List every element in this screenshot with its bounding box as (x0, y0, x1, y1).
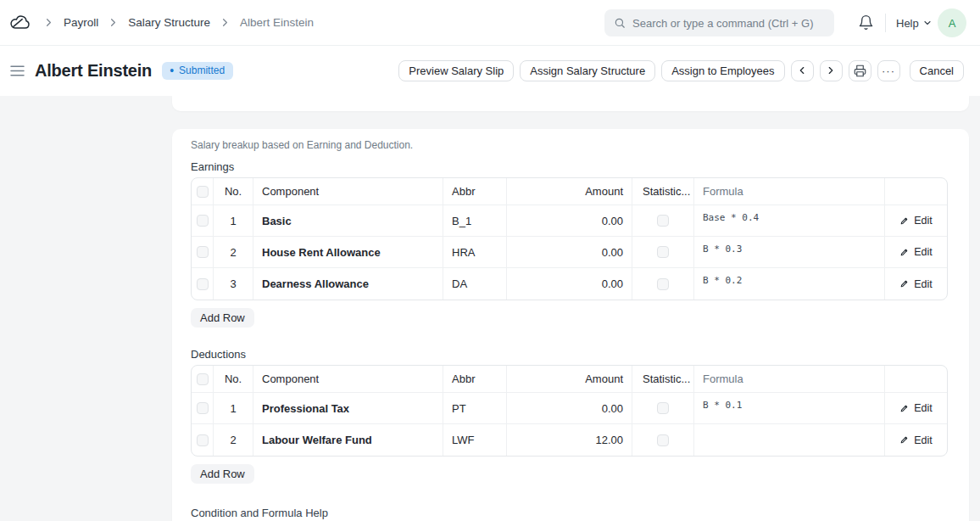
component-cell[interactable]: Labour Welfare Fund (253, 424, 443, 456)
component-cell[interactable]: Basic (253, 205, 443, 237)
section-description: Salary breakup based on Earning and Dedu… (191, 139, 950, 151)
col-component: Component (253, 178, 443, 205)
statistical-component-checkbox[interactable] (657, 402, 669, 414)
formula-cell[interactable]: B * 0.1 (694, 393, 885, 424)
content-area: Salary breakup based on Earning and Dedu… (0, 96, 980, 521)
col-statistical: Statistic... (632, 178, 694, 205)
breadcrumb-payroll[interactable]: Payroll (64, 16, 98, 29)
print-button[interactable] (849, 60, 871, 81)
earnings-label: Earnings (191, 160, 950, 173)
user-avatar[interactable]: A (938, 8, 966, 37)
pencil-icon (899, 435, 909, 445)
edit-row-button[interactable]: Edit (885, 393, 947, 424)
formula-cell[interactable]: B * 0.2 (694, 268, 885, 300)
more-options-button[interactable]: ··· (877, 60, 900, 81)
amount-cell[interactable]: 0.00 (507, 237, 632, 268)
col-edit-empty (885, 366, 947, 393)
edit-row-button[interactable]: Edit (885, 237, 947, 268)
salary-breakup-card: Salary breakup based on Earning and Dedu… (172, 129, 969, 521)
amount-cell[interactable]: 0.00 (507, 393, 632, 424)
pencil-icon (899, 248, 909, 257)
app-logo-cloud-icon[interactable] (8, 14, 31, 32)
page-title: Albert Einstein (35, 61, 152, 81)
abbr-cell[interactable]: DA (443, 268, 507, 300)
col-amount: Amount (507, 366, 632, 393)
notifications-bell-icon[interactable] (858, 14, 874, 31)
edit-label: Edit (914, 215, 933, 227)
col-formula: Formula (694, 178, 885, 205)
abbr-cell[interactable]: HRA (443, 237, 507, 268)
edit-row-button[interactable]: Edit (885, 424, 947, 456)
edit-label: Edit (914, 246, 933, 258)
abbr-cell[interactable]: LWF (443, 424, 507, 456)
next-document-button[interactable] (820, 60, 843, 81)
assign-to-employees-button[interactable]: Assign to Employees (661, 60, 784, 81)
table-row: 1 Basic B_1 0.00 Base * 0.4 Edit (192, 205, 947, 237)
amount-cell[interactable]: 0.00 (507, 205, 632, 237)
row-checkbox[interactable] (197, 246, 209, 258)
table-row: 1 Professional Tax PT 0.00 B * 0.1 Edit (192, 393, 947, 424)
chevron-right-icon (107, 16, 120, 29)
add-row-button-deductions[interactable]: Add Row (191, 464, 254, 484)
amount-cell[interactable]: 0.00 (507, 268, 632, 300)
help-menu[interactable]: Help (896, 14, 933, 31)
previous-card-tail (172, 96, 969, 111)
abbr-cell[interactable]: B_1 (443, 205, 507, 237)
component-cell[interactable]: House Rent Allowance (253, 237, 443, 268)
col-edit-empty (885, 178, 947, 205)
row-checkbox[interactable] (197, 434, 209, 446)
abbr-cell[interactable]: PT (443, 393, 507, 424)
search-input[interactable]: Search or type a command (Ctrl + G) (604, 9, 834, 36)
row-number: 1 (214, 393, 253, 424)
statistical-component-checkbox[interactable] (657, 278, 669, 290)
statistical-component-checkbox[interactable] (657, 246, 669, 258)
statistical-component-checkbox[interactable] (657, 434, 669, 446)
preview-salary-slip-button[interactable]: Preview Salary Slip (398, 60, 514, 81)
navbar-divider (885, 14, 886, 32)
chevron-down-icon (922, 18, 933, 28)
formula-cell[interactable]: B * 0.3 (694, 237, 885, 268)
col-no: No. (214, 366, 253, 393)
edit-label: Edit (914, 278, 933, 290)
assign-salary-structure-button[interactable]: Assign Salary Structure (520, 60, 655, 81)
cancel-button[interactable]: Cancel (910, 60, 964, 81)
breadcrumb-current[interactable]: Albert Einstein (240, 16, 314, 29)
col-component: Component (253, 366, 443, 393)
deductions-label: Deductions (191, 348, 950, 361)
condition-formula-help-link[interactable]: Condition and Formula Help (191, 507, 950, 519)
select-all-checkbox[interactable] (197, 373, 209, 385)
breadcrumb: Payroll Salary Structure Albert Einstein (8, 14, 314, 32)
breadcrumb-salary-structure[interactable]: Salary Structure (128, 16, 210, 29)
col-amount: Amount (507, 178, 632, 205)
row-checkbox[interactable] (197, 402, 209, 414)
edit-label: Edit (914, 402, 933, 414)
search-icon (614, 17, 626, 29)
add-row-button-earnings[interactable]: Add Row (191, 308, 254, 328)
select-all-checkbox[interactable] (197, 186, 209, 198)
edit-row-button[interactable]: Edit (885, 205, 947, 237)
component-cell[interactable]: Professional Tax (253, 393, 443, 424)
table-row: 2 House Rent Allowance HRA 0.00 B * 0.3 … (192, 237, 947, 268)
col-abbr: Abbr (443, 178, 507, 205)
chevron-left-icon (796, 64, 808, 76)
row-number: 1 (214, 205, 253, 237)
formula-cell[interactable] (694, 424, 885, 456)
printer-icon (854, 64, 866, 77)
statistical-component-checkbox[interactable] (657, 215, 669, 227)
edit-row-button[interactable]: Edit (885, 268, 947, 300)
chevron-right-icon (219, 16, 231, 29)
amount-cell[interactable]: 12.00 (507, 424, 632, 456)
sidebar-toggle-menu-icon[interactable] (7, 62, 28, 80)
row-number: 2 (214, 424, 253, 456)
component-cell[interactable]: Dearness Allowance (253, 268, 443, 300)
formula-cell[interactable]: Base * 0.4 (694, 205, 885, 237)
row-checkbox[interactable] (197, 278, 209, 290)
help-label: Help (896, 17, 919, 30)
deductions-table: No. Component Abbr Amount Statistic... F… (191, 365, 948, 457)
edit-label: Edit (914, 434, 933, 446)
earnings-header-row: No. Component Abbr Amount Statistic... F… (192, 178, 947, 205)
status-dot: • (170, 64, 174, 76)
prev-document-button[interactable] (791, 60, 814, 81)
row-checkbox[interactable] (197, 215, 209, 227)
pencil-icon (899, 404, 909, 413)
